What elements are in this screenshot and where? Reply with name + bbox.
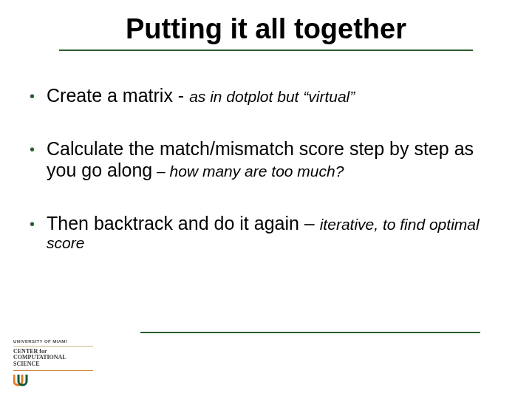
bullet-note: how many are too much? — [170, 163, 344, 180]
bullet-text: Then backtrack and do it again – iterati… — [47, 213, 495, 253]
logo-divider — [13, 346, 93, 347]
bullet-sep: – — [152, 163, 169, 180]
title-area: Putting it all together — [0, 0, 532, 51]
logo-center-line-3: SCIENCE — [13, 361, 102, 367]
bullet-main: Then backtrack and do it again — [47, 213, 299, 233]
bullet-marker: • — [30, 141, 35, 159]
logo-university-line: UNIVERSITY OF MIAMI — [13, 339, 102, 344]
bullet-main: Create a matrix — [47, 85, 173, 106]
slide: Putting it all together • Create a matri… — [0, 0, 532, 399]
u-logo-icon — [13, 374, 28, 387]
body-area: • Create a matrix - as in dotplot but “v… — [0, 51, 532, 253]
bullet-note: as in dotplot but “virtual” — [189, 88, 355, 105]
bullet-item: • Calculate the match/mismatch score ste… — [30, 138, 495, 182]
bullet-marker: • — [30, 88, 35, 106]
bullet-text: Calculate the match/mismatch score step … — [47, 138, 495, 182]
bullet-marker: • — [30, 216, 35, 233]
footer-logo: UNIVERSITY OF MIAMI CENTER for COMPUTATI… — [13, 339, 102, 387]
bullet-item: • Create a matrix - as in dotplot but “v… — [30, 85, 495, 107]
logo-divider — [13, 370, 93, 371]
bullet-sep: – — [299, 213, 320, 233]
footer-rule — [140, 332, 480, 333]
bullet-sep: - — [173, 85, 189, 106]
bullet-item: • Then backtrack and do it again – itera… — [30, 213, 495, 253]
slide-title: Putting it all together — [120, 13, 412, 50]
bullet-text: Create a matrix - as in dotplot but “vir… — [47, 85, 495, 107]
